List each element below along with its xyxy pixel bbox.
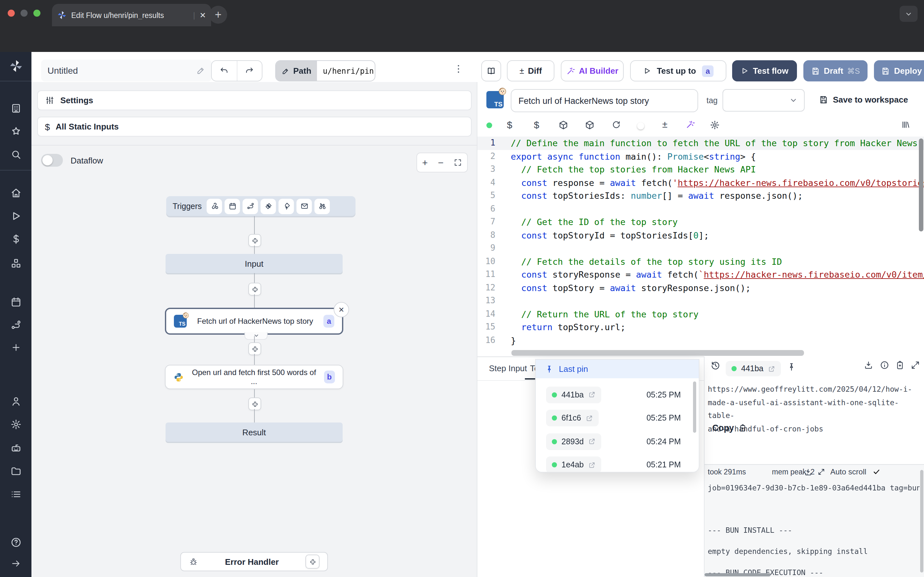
new-tab-button[interactable]: + — [209, 6, 227, 24]
reload-deps-icon[interactable] — [612, 120, 621, 129]
code-line[interactable]: 12 const topStory = await storyResponse.… — [477, 281, 924, 294]
sidebar-item-add[interactable] — [0, 342, 31, 353]
code-line[interactable]: 7 // Get the ID of the top story — [477, 215, 924, 229]
expand-step-chevron-icon[interactable] — [244, 332, 268, 340]
plug-bolt-icon[interactable] — [279, 198, 294, 214]
tab-step-input[interactable]: Step Input — [489, 364, 527, 373]
code-line[interactable]: 6 — [477, 202, 924, 215]
result-node[interactable]: Result — [166, 422, 342, 442]
mail-icon[interactable] — [297, 198, 312, 214]
edit-pencil-icon[interactable] — [196, 66, 205, 75]
code-vertical-scrollbar[interactable] — [919, 139, 923, 231]
sidebar-item-routes[interactable] — [0, 319, 31, 331]
flow-options-kebab-icon[interactable] — [453, 63, 464, 74]
sidebar-item-search[interactable] — [0, 149, 31, 160]
save-to-workspace-button[interactable]: Save to workspace — [819, 95, 908, 105]
browser-tab[interactable]: Edit Flow u/henri/pin_results | ✕ — [52, 4, 211, 26]
history-icon[interactable] — [710, 360, 720, 371]
sidebar-expand-icon[interactable] — [0, 558, 31, 569]
sidebar-item-users[interactable] — [0, 396, 31, 407]
pin-history-row[interactable]: 441ba05:25 PM — [536, 386, 699, 403]
redo-icon[interactable] — [237, 61, 262, 81]
log-horizontal-scrollbar[interactable] — [704, 573, 771, 576]
route-icon[interactable] — [243, 198, 258, 214]
package-icon[interactable] — [558, 120, 569, 130]
path-label-segment[interactable]: Path — [276, 61, 317, 81]
tab-close-icon[interactable]: ✕ — [200, 11, 206, 19]
expand-logs-icon[interactable] — [817, 468, 825, 476]
popup-scrollbar[interactable] — [693, 382, 696, 433]
fullscreen-icon[interactable] — [911, 360, 920, 370]
step-node-a[interactable]: TS Fetch url of HackerNews top story a ✕ — [165, 308, 343, 335]
minimize-window-button[interactable] — [21, 10, 27, 17]
tag-select[interactable] — [722, 89, 804, 111]
zoom-window-button[interactable] — [33, 10, 40, 17]
all-static-inputs-row[interactable]: $ All Static Inputs — [37, 117, 472, 137]
step-node-b[interactable]: Open url and fetch first 500 words of ..… — [165, 365, 343, 389]
code-line[interactable]: 10 // Fetch the details of the top story… — [477, 255, 924, 268]
sidebar-item-workers[interactable] — [0, 442, 31, 454]
sidebar-item-workspace[interactable] — [0, 103, 31, 114]
external-link-icon[interactable] — [588, 391, 596, 398]
sidebar-item-favorites[interactable] — [0, 126, 31, 137]
binoculars-icon[interactable] — [315, 198, 330, 214]
clipboard-icon[interactable] — [895, 360, 905, 370]
input-node[interactable]: Input — [166, 254, 342, 273]
editor-settings-gear-icon[interactable] — [710, 120, 720, 130]
resources-icon[interactable]: $ — [534, 119, 540, 130]
last-pin-row[interactable]: Last pin — [536, 359, 699, 378]
dataflow-toggle[interactable] — [41, 154, 63, 167]
pin-id-pill[interactable]: 6f1c6 — [546, 410, 598, 426]
download-logs-icon[interactable] — [804, 468, 813, 476]
diff-button[interactable]: ±Diff — [507, 60, 554, 81]
code-line[interactable]: 13 — [477, 294, 924, 308]
pin-id-pill[interactable]: 1e4ab — [546, 456, 601, 472]
step-name-input[interactable] — [511, 89, 698, 112]
settings-row[interactable]: Settings — [37, 90, 472, 110]
copy-button[interactable]: Copy — [712, 423, 747, 433]
add-step-button[interactable] — [248, 398, 261, 410]
fit-view-icon[interactable] — [454, 158, 462, 167]
add-step-button[interactable] — [248, 234, 261, 247]
ai-assistant-wand-icon[interactable] — [685, 120, 695, 129]
flow-name-field[interactable]: Untitled — [41, 60, 212, 81]
tab-search-chevron-icon[interactable] — [900, 6, 918, 22]
library-panel-icon[interactable] — [901, 120, 911, 129]
variables-icon[interactable]: $ — [507, 119, 512, 130]
sidebar-item-runs[interactable] — [0, 210, 31, 222]
code-line[interactable]: 11 const storyResponse = await fetch(`ht… — [477, 268, 924, 281]
download-result-icon[interactable] — [864, 360, 873, 370]
docs-book-button[interactable] — [481, 60, 501, 81]
pin-history-row[interactable]: 1e4ab05:21 PM — [536, 456, 699, 472]
code-line[interactable]: 5 const topStoriesIds: number[] = await … — [477, 189, 924, 202]
auto-scroll-check-icon[interactable] — [873, 468, 880, 476]
log-vertical-scrollbar[interactable] — [920, 470, 923, 572]
test-flow-button[interactable]: Test flow — [732, 60, 797, 81]
package-explore-icon[interactable] — [585, 120, 595, 130]
sidebar-item-folders[interactable] — [0, 466, 31, 477]
sidebar-item-help[interactable] — [0, 537, 31, 548]
code-editor[interactable]: 1// Define the main function to fetch th… — [477, 137, 924, 356]
add-error-handler-button[interactable] — [305, 554, 320, 569]
webhook-icon[interactable] — [207, 198, 222, 214]
triggers-node[interactable]: Triggers — [166, 196, 355, 216]
calendar-icon[interactable] — [225, 198, 240, 214]
path-group[interactable]: Path u/henri/pin — [275, 60, 375, 81]
pin-id-pill[interactable]: 2893d — [546, 433, 601, 450]
draft-button[interactable]: Draft ⌘S — [803, 60, 867, 81]
external-link-icon[interactable] — [586, 414, 593, 422]
add-step-button[interactable] — [248, 283, 261, 295]
zoom-in-button[interactable]: + — [422, 157, 428, 168]
error-handler-node[interactable]: Error Handler — [180, 552, 328, 571]
external-link-icon[interactable] — [768, 365, 775, 372]
code-line[interactable]: 14 // Return the URL of the top story — [477, 308, 924, 321]
code-line[interactable]: 4 const response = await fetch('https://… — [477, 176, 924, 189]
code-line[interactable]: 2export async function main(): Promise<s… — [477, 150, 924, 163]
deploy-button[interactable]: Deploy — [874, 60, 924, 81]
undo-icon[interactable] — [212, 61, 237, 81]
add-step-button[interactable] — [248, 342, 261, 355]
delete-step-icon[interactable]: ✕ — [334, 302, 349, 318]
windmill-logo-icon[interactable] — [0, 59, 31, 73]
sidebar-item-variables[interactable] — [0, 234, 31, 245]
code-line[interactable]: 16} — [477, 334, 924, 347]
